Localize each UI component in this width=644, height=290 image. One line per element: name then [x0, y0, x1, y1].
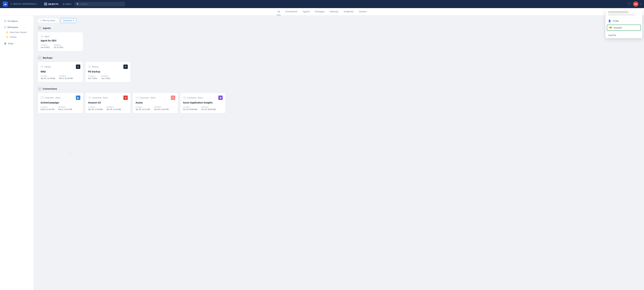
connection-azure-modified: Modified Oct 19, 09:06 AM	[201, 106, 216, 110]
tab-agents[interactable]: Agents	[302, 8, 310, 15]
app-logo[interactable]: ☁	[3, 2, 8, 7]
connection-azure-created: Created Oct 19, 09:06 AM	[183, 106, 197, 110]
agents-section-icon: ↺	[38, 26, 42, 30]
connections-section-title: ↺ Connections	[38, 87, 640, 91]
sidebar-item-data-flow[interactable]: 📁 Data Flow. Nested	[0, 30, 34, 35]
connection-asana-header: ↺ Connection · Direct ⬡	[136, 96, 175, 100]
backup-6982-logo: Z	[76, 65, 80, 69]
tab-all[interactable]: All	[277, 8, 280, 15]
dropdown-profile-item[interactable]: 👤 Profile	[606, 18, 642, 24]
avatar-caret[interactable]: ▾	[640, 3, 641, 5]
connection-card-activecampaign[interactable]: ↺ Connection · Direct ▶ ActiveCampaign C…	[38, 93, 83, 113]
plus-icon: ⊕	[62, 3, 65, 6]
backup-pd-logo: P	[124, 65, 128, 69]
filter-bar: ▽ Filter by name... Connector ▾	[38, 18, 640, 23]
connection-amazons3-name: Amazon S3	[88, 101, 128, 104]
backup-card-pd[interactable]: ↺ Backup P PD backup Created Jun 3 2021	[85, 62, 130, 82]
workspace-caret: ▾	[36, 3, 37, 5]
tab-endpoints[interactable]: Endpoints	[343, 8, 354, 15]
connection-azure-header: ↺ Connection · Direct ◆	[183, 96, 223, 100]
dropdown-user-email	[608, 14, 635, 16]
search-bar[interactable]: 🔍 Search...	[74, 2, 125, 7]
workspace-icon: ⬡	[10, 3, 12, 5]
sidebar-item-articles[interactable]: 📁 Articles	[0, 35, 34, 40]
tab-packages[interactable]: Packages	[314, 8, 325, 15]
agent-card-meta: Created Jun 8 2021 Modified Jul 12 2021	[40, 44, 80, 48]
connections-cards-grid: ↺ Connection · Direct ▶ ActiveCampaign C…	[38, 93, 640, 113]
connection-amazons3-type-icon: ↺	[88, 96, 91, 99]
backup-pd-created: Created Jun 3 2021	[88, 75, 97, 79]
user-avatar[interactable]: OR	[633, 1, 638, 7]
connection-amazons3-created: Created Jan 25, 11:53 AM	[88, 106, 102, 110]
folder-icon-dataflow: 📁	[6, 31, 8, 34]
agents-section-title: ↺ Agents	[38, 26, 640, 30]
connection-activecampaign-logo: ▶	[76, 96, 80, 100]
nav-divider	[41, 2, 41, 6]
sidebar-item-trash[interactable]: 🗑 Trash	[1, 41, 32, 46]
connection-asana-name: Asana	[136, 101, 175, 104]
connection-azure-name: Azure Application Insights	[183, 101, 223, 104]
agents-cards-grid: ↺ Agent Agent for DEV Created Jun 8 2021…	[38, 32, 640, 51]
backup-pd-modified: Modified Jun 3 2021	[101, 75, 110, 79]
trash-icon: 🗑	[4, 42, 6, 45]
connection-asana-modified: Modified Jan 28, 12:25 PM	[154, 106, 168, 110]
connection-card-asana[interactable]: ↺ Connection · Direct ⬡ Asana Created Ja…	[133, 93, 178, 113]
agent-card-type: ↺ Agent	[40, 35, 50, 38]
sidebar-resize-handle[interactable]: ⋮	[69, 151, 72, 155]
backup-pd-header: ↺ Backup P	[88, 65, 128, 69]
tab-backups[interactable]: Backups	[330, 8, 339, 15]
sidebar: ✳ All Objects ⬡ Workspace 📁 Data Flow. N…	[0, 16, 34, 290]
dropdown-divider	[606, 31, 642, 32]
dropdown-logout-item[interactable]: Log Out	[606, 32, 642, 38]
topnav-right-group: ? OR ▾	[627, 1, 641, 7]
connection-azure-type-icon: ↺	[183, 96, 186, 99]
agent-type-icon: ↺	[40, 35, 44, 38]
user-dropdown-menu: 👤 Profile 💳 Account Log Out	[605, 9, 642, 38]
objects-nav[interactable]: OBJECTS	[43, 2, 60, 6]
backups-section: ↺ Backups ↺ Backup Z 6982	[38, 56, 640, 82]
backup-6982-created: Created Jan 26, 11:03 AM	[40, 75, 55, 79]
sidebar-item-workspace[interactable]: ⬡ Workspace	[1, 25, 32, 30]
profile-icon: 👤	[608, 20, 611, 22]
main-content: ⋮ ▽ Filter by name... Connector ▾ ↺ Agen…	[34, 16, 644, 290]
backup-6982-modified: Modified Feb 3, 01:26 PM	[59, 75, 73, 79]
backups-section-title: ↺ Backups	[38, 56, 640, 60]
agent-card-dev[interactable]: ↺ Agent Agent for DEV Created Jun 8 2021…	[38, 32, 83, 51]
filter-connector-button[interactable]: Connector ▾	[60, 18, 76, 23]
sidebar-item-all-objects[interactable]: ✳ All Objects	[1, 18, 32, 24]
new-button[interactable]: ⊕ NEW ▾	[61, 2, 73, 7]
filter-icon: ▽	[40, 20, 41, 22]
connection-asana-meta: Created Jan 28, 12:13 PM Modified Jan 28…	[136, 106, 175, 110]
dropdown-user-info	[606, 9, 642, 18]
workspace-nav-icon: ⬡	[4, 26, 6, 29]
connection-amazons3-header: ↺ Connection · Direct ❖	[88, 96, 128, 100]
sidebar-workspace-section: ⬡ Workspace 📁 Data Flow. Nested 📁 Articl…	[0, 25, 34, 40]
agents-section: ↺ Agents ↺ Agent Agent for DEV Creat	[38, 26, 640, 51]
backups-cards-grid: ↺ Backup Z 6982 Created Jan 26, 11:03 AM	[38, 62, 640, 82]
connection-activecampaign-meta: Created Feb 8, 12:41 PM Modified Feb 8, …	[40, 106, 80, 110]
connection-card-amazons3[interactable]: ↺ Connection · Direct ❖ Amazon S3 Create…	[85, 93, 130, 113]
connection-amazons3-meta: Created Jan 25, 11:53 AM Modified Jan 25…	[88, 106, 128, 110]
backup-6982-name: 6982	[40, 70, 80, 73]
dropdown-user-name	[608, 11, 628, 13]
connection-activecampaign-type: ↺ Connection · Direct	[40, 96, 60, 99]
workspace-selector[interactable]: ⬡ DEFAULT WORKSPACE ▾	[9, 2, 39, 6]
backup-card-6982-header: ↺ Backup Z	[40, 65, 80, 69]
agent-modified: Modified Jul 12 2021	[54, 44, 63, 48]
help-button[interactable]: ?	[627, 2, 631, 6]
connection-amazons3-type: ↺ Connection · Direct	[88, 96, 108, 99]
tab-connections[interactable]: Connections	[285, 8, 298, 15]
backup-card-6982[interactable]: ↺ Backup Z 6982 Created Jan 26, 11:03 AM	[38, 62, 83, 82]
agent-created: Created Jun 8 2021	[40, 44, 50, 48]
dropdown-account-item[interactable]: 💳 Account	[607, 25, 641, 31]
connections-section: ↺ Connections ↺ Connection · Direct ▶	[38, 87, 640, 113]
connection-card-azure[interactable]: ↺ Connection · Direct ◆ Azure Applicatio…	[180, 93, 226, 113]
connection-azure-logo: ◆	[218, 96, 223, 100]
connector-caret: ▾	[73, 19, 74, 22]
backup-pd-type-icon: ↺	[88, 65, 91, 68]
tab-queries[interactable]: Queries	[358, 8, 367, 15]
connection-azure-meta: Created Oct 19, 09:06 AM Modified Oct 19…	[183, 106, 223, 110]
backup-pd-meta: Created Jun 3 2021 Modified Jun 3 2021	[88, 75, 128, 79]
filter-by-name-button[interactable]: ▽ Filter by name...	[38, 18, 59, 23]
connections-section-icon: ↺	[38, 87, 42, 91]
